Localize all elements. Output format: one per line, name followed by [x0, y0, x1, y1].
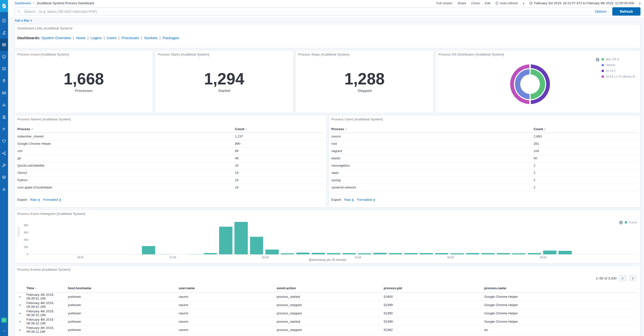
histogram-bar[interactable]: [543, 251, 556, 254]
sidebar-item-timelion[interactable]: [0, 51, 8, 63]
column-header-user-name[interactable]: user.name: [179, 286, 277, 290]
table-row[interactable]: Google Chrome Helper890: [17, 140, 324, 148]
expand-row-icon[interactable]: ▸: [17, 295, 26, 298]
sidebar-item-monitoring[interactable]: [0, 171, 8, 183]
sidebar-item-logs[interactable]: [0, 111, 8, 123]
histogram-bar[interactable]: [204, 253, 217, 254]
clone-button[interactable]: Clone: [471, 1, 480, 5]
histogram-bar[interactable]: [389, 253, 402, 254]
next-page-button[interactable]: ›: [629, 275, 637, 281]
time-forward-button[interactable]: ›: [639, 1, 640, 5]
refresh-button[interactable]: Refresh: [612, 7, 640, 16]
event-row[interactable]: ▸February 4th 2019, 09:39:51.199yorktown…: [17, 293, 638, 301]
histogram-bar[interactable]: [466, 253, 479, 254]
histogram-bar[interactable]: [327, 253, 340, 254]
space-avatar[interactable]: D: [1, 318, 7, 323]
export-formatted-link[interactable]: Formatted: [357, 198, 376, 202]
histogram-bar[interactable]: [219, 227, 232, 254]
sidebar-item-apm[interactable]: [0, 123, 8, 135]
table-row[interactable]: QuickLookSatellite20: [17, 162, 324, 169]
sidebar-item-machine-learning[interactable]: [0, 87, 8, 99]
histogram-bar[interactable]: [435, 253, 449, 254]
histogram-bar[interactable]: [404, 253, 418, 254]
expand-row-icon[interactable]: ▸: [17, 312, 26, 315]
legend-item[interactable]: Mac OS X: [601, 58, 637, 61]
sidebar-item-uptime[interactable]: [0, 135, 8, 147]
dashboard-link-users[interactable]: Users: [107, 36, 116, 40]
full-screen-button[interactable]: Full screen: [436, 1, 453, 5]
table-row[interactable]: statd2: [331, 169, 638, 177]
sidebar-item-maps[interactable]: [0, 75, 8, 87]
legend-item[interactable]: Count: [625, 221, 637, 224]
add-filter-link[interactable]: Add a filter+: [15, 19, 32, 22]
histogram-bar[interactable]: [188, 254, 202, 254]
event-row[interactable]: ▸February 4th 2019, 09:39:11.198yorktown…: [17, 326, 638, 334]
histogram-bar[interactable]: [481, 253, 495, 254]
column-header-count[interactable]: Count: [534, 126, 638, 133]
legend-item[interactable]: Ubuntu: [601, 63, 637, 67]
histogram-bar[interactable]: [281, 253, 294, 254]
auto-refresh-button[interactable]: Auto-refresh: [495, 1, 518, 5]
table-row[interactable]: systemd-network2: [331, 184, 638, 191]
table-row[interactable]: elastic50: [331, 155, 638, 162]
histogram-bar[interactable]: [142, 246, 155, 254]
sidebar-item-dev-tools[interactable]: [0, 159, 8, 171]
table-row[interactable]: mdworker_shared1,237: [17, 133, 324, 140]
sidebar-item-canvas[interactable]: [0, 63, 8, 75]
search-input[interactable]: [24, 10, 592, 14]
histogram-bar[interactable]: [528, 253, 541, 254]
histogram-bar[interactable]: [497, 253, 510, 254]
sidebar-item-dashboard[interactable]: [0, 39, 8, 51]
export-raw-link[interactable]: Raw: [30, 198, 41, 202]
column-header-process-pid[interactable]: process.pid: [384, 286, 484, 290]
sidebar-item-management[interactable]: [0, 183, 8, 196]
export-raw-link[interactable]: Raw: [344, 198, 354, 202]
os-donut-chart[interactable]: [510, 64, 550, 104]
donut-inner-ring[interactable]: [515, 69, 545, 99]
column-header-host-hostname[interactable]: host.hostname: [68, 286, 179, 290]
expand-row-icon[interactable]: ▸: [17, 320, 26, 323]
column-header-process-name[interactable]: process.name: [484, 286, 638, 290]
histogram-bar[interactable]: [234, 222, 248, 254]
table-row[interactable]: syslog2: [331, 177, 638, 184]
expand-row-icon[interactable]: ▸: [17, 303, 26, 307]
histogram-bar[interactable]: [265, 250, 279, 254]
dashboard-link-logins[interactable]: Logins: [91, 36, 102, 40]
query-options-link[interactable]: Options: [595, 10, 607, 13]
sidebar-item-visualize[interactable]: [0, 27, 8, 39]
column-header-event-action[interactable]: event.action: [277, 286, 384, 290]
dashboard-link-processes[interactable]: Processes: [122, 36, 139, 40]
table-row[interactable]: zsh69: [17, 148, 324, 155]
dashboard-link-hosts[interactable]: Hosts: [76, 36, 85, 40]
column-header-process[interactable]: Process: [331, 126, 534, 133]
legend-collapse-icon[interactable]: [619, 221, 623, 224]
expand-row-icon[interactable]: ▸: [17, 328, 26, 331]
column-header-time[interactable]: Time▾: [26, 286, 68, 290]
sidebar-item-discover[interactable]: [0, 15, 8, 27]
edit-button[interactable]: Edit: [485, 1, 490, 5]
table-row[interactable]: iTerm219: [17, 169, 324, 177]
dashboard-link-packages[interactable]: Packages: [163, 36, 179, 40]
table-row[interactable]: Python18: [17, 177, 324, 184]
histogram-bar[interactable]: [512, 253, 526, 254]
dashboard-link-system-overview[interactable]: System Overview: [42, 36, 71, 40]
histogram-bar[interactable]: [296, 253, 310, 254]
sidebar-item-graph[interactable]: [0, 147, 8, 159]
table-row[interactable]: vagrant104: [331, 148, 638, 155]
histogram-bar[interactable]: [558, 251, 572, 254]
legend-item[interactable]: 10.14.2: [601, 69, 637, 73]
table-row[interactable]: root281: [331, 140, 638, 148]
export-formatted-link[interactable]: Formatted: [43, 198, 62, 202]
table-row[interactable]: cwurm2,883: [331, 133, 638, 140]
time-back-button[interactable]: ‹: [523, 1, 524, 5]
histogram-bar[interactable]: [250, 237, 263, 254]
histogram-bar[interactable]: [343, 253, 356, 254]
dashboard-link-sockets[interactable]: Sockets: [144, 36, 157, 40]
column-header-process[interactable]: Process: [17, 126, 235, 133]
breadcrumb-dashboard-link[interactable]: Dashboard: [15, 1, 31, 5]
histogram-bar[interactable]: [451, 253, 464, 254]
histogram-bar[interactable]: [312, 253, 325, 254]
histogram-bar[interactable]: [358, 253, 371, 254]
kibana-logo[interactable]: [0, 0, 8, 12]
histogram-bar[interactable]: [157, 254, 171, 254]
